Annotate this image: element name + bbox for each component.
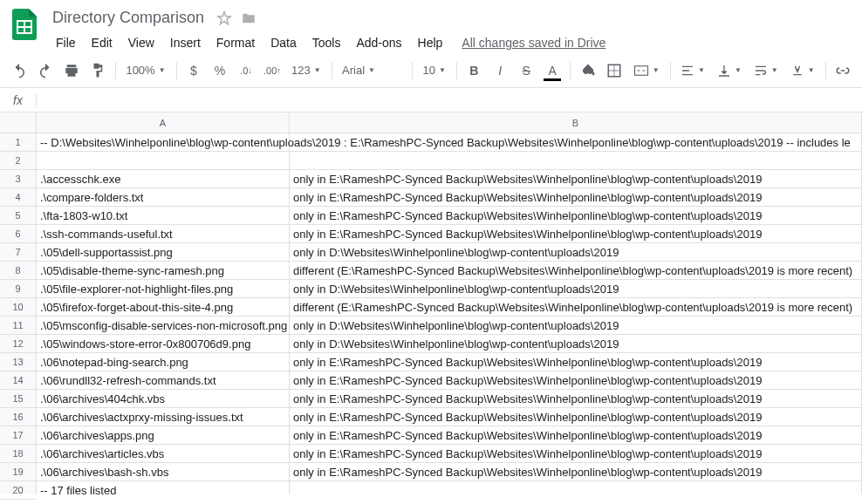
cell[interactable]: .\ssh-commands-useful.txt — [37, 225, 290, 242]
row-header[interactable]: 17 — [0, 426, 36, 445]
column-header-a[interactable]: A — [37, 112, 290, 133]
menu-insert[interactable]: Insert — [163, 32, 208, 53]
cell[interactable]: .\fta-1803-w10.txt — [37, 207, 290, 224]
cell[interactable]: .\06\archives\404chk.vbs — [37, 390, 290, 407]
menu-tools[interactable]: Tools — [305, 32, 348, 53]
font-size-dropdown[interactable]: 10▼ — [417, 59, 450, 82]
row-header[interactable]: 11 — [0, 317, 36, 335]
cell[interactable]: only in E:\RameshPC-Synced Backup\Websit… — [290, 170, 862, 187]
fill-color-button[interactable] — [576, 58, 600, 83]
row-header[interactable]: 6 — [0, 225, 36, 243]
row-header[interactable]: 2 — [0, 152, 36, 170]
cell[interactable] — [290, 152, 862, 169]
row-header[interactable]: 1 — [0, 133, 36, 152]
text-wrap-button[interactable]: ▼ — [749, 59, 783, 82]
cell[interactable]: -- 17 files listed — [37, 481, 290, 494]
text-color-button[interactable]: A — [540, 58, 564, 83]
cell[interactable]: different (E:\RameshPC-Synced Backup\Web… — [290, 262, 862, 279]
row-header[interactable]: 14 — [0, 371, 36, 390]
menu-view[interactable]: View — [121, 32, 161, 53]
cell[interactable]: only in E:\RameshPC-Synced Backup\Websit… — [290, 371, 862, 389]
cell[interactable]: only in E:\RameshPC-Synced Backup\Websit… — [290, 207, 862, 224]
row-header[interactable]: 18 — [0, 445, 36, 463]
cell[interactable]: .\compare-folders.txt — [37, 188, 290, 206]
menu-file[interactable]: File — [49, 32, 83, 53]
cell[interactable] — [290, 481, 862, 494]
menu-format[interactable]: Format — [209, 32, 262, 53]
row-header[interactable]: 13 — [0, 353, 36, 371]
cell[interactable] — [37, 152, 290, 169]
cell[interactable]: only in E:\RameshPC-Synced Backup\Websit… — [290, 426, 862, 444]
row-header[interactable]: 8 — [0, 262, 36, 280]
currency-button[interactable]: $ — [181, 58, 206, 83]
cell[interactable]: .\05\dell-supportassist.png — [37, 243, 290, 261]
menu-data[interactable]: Data — [263, 32, 304, 53]
cell[interactable]: .\05\file-explorer-not-highlight-files.p… — [37, 280, 290, 297]
cell[interactable]: .\06\archives\bash-sh.vbs — [37, 463, 290, 480]
row-header[interactable]: 12 — [0, 335, 36, 353]
row-header[interactable]: 10 — [0, 298, 36, 317]
save-status[interactable]: All changes saved in Drive — [462, 36, 605, 50]
cell[interactable]: .\accesschk.exe — [37, 170, 290, 187]
cell[interactable]: .\06\archives\actxprxy-missing-issues.tx… — [37, 408, 290, 426]
cell[interactable]: -- D:\Websites\Winhelponline\blog\wp-con… — [37, 133, 290, 151]
borders-button[interactable] — [602, 58, 626, 83]
row-header[interactable]: 20 — [0, 481, 36, 500]
cell[interactable]: .\06\archives\apps.png — [37, 426, 290, 444]
font-dropdown[interactable]: Arial▼ — [337, 59, 407, 82]
insert-link-button[interactable] — [831, 58, 855, 83]
menu-edit[interactable]: Edit — [85, 32, 120, 53]
zoom-dropdown[interactable]: 100%▼ — [120, 59, 170, 82]
bold-button[interactable]: B — [462, 58, 486, 83]
formula-input[interactable] — [37, 88, 862, 112]
increase-decimal-button[interactable]: .00↑ — [260, 58, 284, 83]
menu-help[interactable]: Help — [411, 32, 450, 53]
cell[interactable]: only in E:\RameshPC-Synced Backup\Websit… — [290, 353, 862, 371]
document-title[interactable]: Directory Comparison — [49, 7, 208, 29]
decrease-decimal-button[interactable]: .0↓ — [234, 58, 258, 83]
column-header-b[interactable]: B — [290, 112, 862, 133]
horizontal-align-button[interactable]: ▼ — [675, 59, 710, 82]
merge-cells-button[interactable]: ▼ — [628, 59, 665, 82]
cell[interactable]: only in E:\RameshPC-Synced Backup\Websit… — [290, 408, 862, 426]
cell[interactable]: only in D:\Websites\Winhelponline\blog\w… — [290, 280, 862, 297]
row-header[interactable]: 4 — [0, 188, 36, 207]
row-header[interactable]: 7 — [0, 243, 36, 262]
cell[interactable]: only in E:\RameshPC-Synced Backup\Websit… — [290, 225, 862, 242]
row-header[interactable]: 5 — [0, 207, 36, 225]
cell[interactable]: .\05\windows-store-error-0x800706d9.png — [37, 335, 290, 352]
cell[interactable]: only in E:\RameshPC-Synced Backup\Websit… — [290, 390, 862, 407]
cell[interactable]: .\05\firefox-forget-about-this-site-4.pn… — [37, 298, 290, 316]
print-button[interactable] — [59, 58, 84, 83]
cell[interactable]: .\05\msconfig-disable-services-non-micro… — [37, 317, 290, 334]
row-header[interactable]: 15 — [0, 390, 36, 408]
row-header[interactable]: 16 — [0, 408, 36, 426]
cell[interactable]: .\05\disable-theme-sync-ramesh.png — [37, 262, 290, 279]
redo-button[interactable] — [33, 58, 58, 83]
cell[interactable]: .\06\rundll32-refresh-commands.txt — [37, 371, 290, 389]
row-header[interactable]: 9 — [0, 280, 36, 298]
cell[interactable]: .\06\notepad-bing-search.png — [37, 353, 290, 371]
italic-button[interactable]: I — [488, 58, 512, 83]
text-rotation-button[interactable]: ▼ — [785, 59, 820, 82]
row-header[interactable]: 3 — [0, 170, 36, 188]
row-header[interactable]: 21 — [0, 500, 36, 504]
cell[interactable]: different (E:\RameshPC-Synced Backup\Web… — [290, 298, 862, 316]
paint-format-button[interactable] — [86, 58, 110, 83]
row-header[interactable]: 19 — [0, 463, 36, 481]
cell[interactable]: only in D:\Websites\Winhelponline\blog\w… — [290, 243, 862, 261]
folder-icon[interactable] — [241, 10, 257, 26]
cell[interactable]: only in D:\Websites\Winhelponline\blog\w… — [290, 335, 862, 352]
star-icon[interactable] — [216, 10, 232, 26]
percent-button[interactable]: % — [208, 58, 232, 83]
cell[interactable]: .\06\archives\articles.vbs — [37, 445, 290, 462]
cell[interactable]: only in E:\RameshPC-Synced Backup\Websit… — [290, 445, 862, 462]
vertical-align-button[interactable]: ▼ — [712, 59, 747, 82]
undo-button[interactable] — [7, 58, 31, 83]
select-all-corner[interactable] — [0, 112, 36, 133]
cell[interactable]: only in E:\RameshPC-Synced Backup\Websit… — [290, 188, 862, 206]
cell[interactable]: only in D:\Websites\Winhelponline\blog\w… — [290, 317, 862, 334]
strikethrough-button[interactable]: S — [514, 58, 538, 83]
number-format-dropdown[interactable]: 123▼ — [286, 59, 326, 82]
menu-addons[interactable]: Add-ons — [349, 32, 408, 53]
